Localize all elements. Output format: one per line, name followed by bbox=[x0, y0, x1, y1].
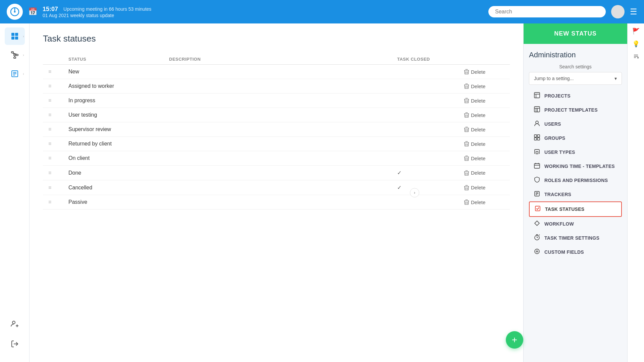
jump-to-setting-dropdown[interactable]: Jump to a setting... ▾ bbox=[529, 72, 622, 85]
delete-button[interactable]: Delete bbox=[464, 112, 504, 118]
drag-handle-icon[interactable]: ≡ bbox=[48, 83, 68, 89]
nav-item-label: PROJECTS bbox=[544, 93, 571, 99]
status-name: On client bbox=[68, 155, 169, 161]
nav-item-custom-fields[interactable]: CUSTOM FIELDS bbox=[529, 245, 622, 259]
list-icon[interactable] bbox=[633, 53, 639, 61]
svg-point-18 bbox=[12, 321, 15, 324]
nav-item-workflow[interactable]: WORKFLOW bbox=[529, 217, 622, 231]
table-row: ≡ New Delete bbox=[43, 65, 510, 79]
flag-icon[interactable]: 🚩 bbox=[632, 27, 640, 35]
sidebar-item-dashboard[interactable]: › bbox=[5, 27, 25, 45]
nav-item-label: TASK STATUSES bbox=[545, 206, 584, 212]
table-row: ≡ User testing Delete bbox=[43, 108, 510, 122]
delete-button[interactable]: Delete bbox=[464, 69, 504, 75]
collapse-panel-button[interactable]: › bbox=[410, 188, 419, 197]
project-templates-icon bbox=[534, 106, 540, 114]
table-body: ≡ New Delete ≡ Assigned to worker Delete… bbox=[43, 65, 510, 209]
lightbulb-icon[interactable]: 💡 bbox=[632, 40, 640, 48]
sidebar-bottom bbox=[5, 315, 25, 358]
delete-button[interactable]: Delete bbox=[464, 127, 504, 132]
jump-to-setting-label: Jump to a setting... bbox=[534, 76, 574, 81]
left-sidebar: › › › bbox=[0, 23, 30, 362]
delete-button[interactable]: Delete bbox=[464, 170, 504, 176]
delete-button[interactable]: Delete bbox=[464, 199, 504, 205]
hamburger-menu-icon[interactable]: ☰ bbox=[630, 7, 637, 16]
chevron-right-icon: › bbox=[23, 53, 24, 57]
svg-rect-10 bbox=[14, 57, 16, 58]
delete-button[interactable]: Delete bbox=[464, 156, 504, 161]
sidebar-item-logout[interactable] bbox=[5, 335, 25, 353]
trackers-icon bbox=[534, 191, 540, 198]
svg-point-2 bbox=[14, 11, 16, 13]
nav-item-task-statuses[interactable]: TASK STATUSES bbox=[529, 201, 622, 217]
delete-button[interactable]: Delete bbox=[464, 141, 504, 147]
nav-item-task-timer-settings[interactable]: TASK TIMER SETTINGS bbox=[529, 231, 622, 245]
delete-button[interactable]: Delete bbox=[464, 83, 504, 89]
drag-handle-icon[interactable]: ≡ bbox=[48, 185, 68, 191]
nav-item-label: WORKFLOW bbox=[544, 221, 574, 227]
status-name: In progress bbox=[68, 98, 169, 104]
drag-handle-icon[interactable]: ≡ bbox=[48, 199, 68, 205]
svg-rect-42 bbox=[534, 93, 540, 98]
delete-button[interactable]: Delete bbox=[464, 98, 504, 104]
drag-handle-icon[interactable]: ≡ bbox=[48, 170, 68, 176]
meeting-text: Upcoming meeting in 66 hours 53 minutes bbox=[63, 6, 151, 12]
drag-handle-icon[interactable]: ≡ bbox=[48, 126, 68, 132]
svg-rect-7 bbox=[11, 52, 13, 53]
avatar[interactable] bbox=[611, 5, 625, 18]
status-name: New bbox=[68, 69, 169, 75]
admin-nav-list: PROJECTS PROJECT TEMPLATES USERS GROUPS … bbox=[529, 89, 622, 259]
svg-rect-6 bbox=[15, 37, 18, 40]
sidebar-item-blank[interactable] bbox=[5, 84, 25, 101]
nav-item-label: GROUPS bbox=[544, 135, 565, 141]
task-timer-settings-icon bbox=[534, 234, 540, 242]
svg-rect-54 bbox=[536, 152, 538, 154]
svg-rect-51 bbox=[537, 135, 540, 137]
nav-item-projects[interactable]: PROJECTS bbox=[529, 89, 622, 103]
svg-line-68 bbox=[539, 235, 540, 235]
nav-item-project-templates[interactable]: PROJECT TEMPLATES bbox=[529, 103, 622, 117]
sidebar-item-hierarchy[interactable]: › bbox=[5, 46, 25, 64]
status-name: User testing bbox=[68, 112, 169, 118]
sidebar-item-add-user[interactable] bbox=[5, 315, 25, 333]
nav-item-users[interactable]: USERS bbox=[529, 117, 622, 131]
drag-handle-icon[interactable]: ≡ bbox=[48, 112, 68, 118]
main-wrapper: Task statuses STATUS DESCRIPTION TASK CL… bbox=[30, 23, 523, 362]
nav-item-user-types[interactable]: USER TYPES bbox=[529, 145, 622, 159]
right-edge-panel: 🚩 💡 bbox=[627, 23, 644, 362]
nav-item-label: TRACKERS bbox=[544, 192, 571, 197]
status-name: Assigned to worker bbox=[68, 83, 169, 89]
task-closed-check: ✓ bbox=[397, 170, 464, 176]
new-status-button[interactable]: NEW STATUS bbox=[524, 23, 627, 44]
projects-icon bbox=[534, 92, 540, 100]
status-col-header: STATUS bbox=[68, 57, 169, 62]
task-closed-col-header: TASK CLOSED bbox=[397, 57, 464, 62]
drag-col-header bbox=[48, 57, 68, 62]
svg-point-49 bbox=[536, 121, 538, 124]
nav-item-label: CUSTOM FIELDS bbox=[544, 249, 584, 255]
task-closed-check: ✓ bbox=[397, 184, 464, 191]
sidebar-item-tasks[interactable]: › bbox=[5, 65, 25, 82]
date-text: 01 Aug 2021 weekly status update bbox=[43, 13, 151, 18]
svg-rect-5 bbox=[11, 37, 14, 40]
nav-item-trackers[interactable]: TRACKERS bbox=[529, 187, 622, 201]
drag-handle-icon[interactable]: ≡ bbox=[48, 141, 68, 147]
status-name: Passive bbox=[68, 199, 169, 205]
nav-item-groups[interactable]: GROUPS bbox=[529, 131, 622, 145]
current-time: 15:07 bbox=[43, 6, 58, 13]
fab-add-button[interactable]: + bbox=[506, 331, 523, 349]
table-row: ≡ Assigned to worker Delete bbox=[43, 79, 510, 94]
search-input[interactable] bbox=[488, 6, 606, 17]
drag-handle-icon[interactable]: ≡ bbox=[48, 155, 68, 161]
svg-rect-63 bbox=[535, 206, 540, 211]
nav-item-working-time[interactable]: WORKING TIME - TEMPLATES bbox=[529, 159, 622, 173]
admin-section: Administration Search settings Jump to a… bbox=[524, 44, 627, 266]
delete-button[interactable]: Delete bbox=[464, 185, 504, 190]
nav-item-roles-permissions[interactable]: ROLES AND PERMISSIONS bbox=[529, 173, 622, 187]
status-name: Done bbox=[68, 170, 169, 176]
drag-handle-icon[interactable]: ≡ bbox=[48, 98, 68, 104]
working-time-icon bbox=[534, 163, 540, 170]
nav-item-label: ROLES AND PERMISSIONS bbox=[544, 178, 608, 183]
logo[interactable] bbox=[7, 4, 23, 20]
drag-handle-icon[interactable]: ≡ bbox=[48, 69, 68, 75]
